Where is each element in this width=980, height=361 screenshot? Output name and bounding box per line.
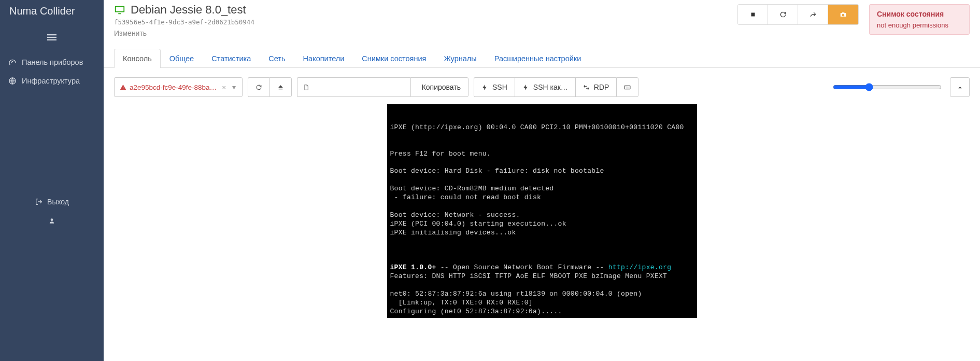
clear-icon[interactable]: × xyxy=(220,84,228,91)
alert-title: Снимок состояния xyxy=(877,10,962,18)
ssh-as-button[interactable]: SSH как… xyxy=(515,77,575,97)
logout-icon xyxy=(35,198,43,206)
edit-link[interactable]: Изменить xyxy=(114,29,737,37)
bolt-icon xyxy=(522,84,529,91)
copy-button[interactable]: Копировать xyxy=(410,77,468,97)
sidebar-item-label: Панель приборов xyxy=(22,58,83,66)
globe-icon xyxy=(8,77,17,85)
user-icon[interactable] xyxy=(0,212,104,231)
clipboard-input[interactable] xyxy=(297,77,410,97)
bolt-icon xyxy=(481,84,488,91)
tab-6[interactable]: Журналы xyxy=(435,49,485,68)
tab-3[interactable]: Сеть xyxy=(260,49,294,68)
keyboard-icon xyxy=(624,84,631,91)
warning-icon xyxy=(120,84,126,91)
gauge-icon xyxy=(8,58,17,66)
alert-box: Снимок состояния not enough permissions xyxy=(869,4,970,35)
tabs: КонсольОбщееСтатистикаСетьНакопителиСним… xyxy=(104,37,980,68)
tab-0[interactable]: Консоль xyxy=(114,49,161,68)
tab-1[interactable]: Общее xyxy=(161,49,203,68)
vm-uuid: f53956e5-4f1e-9dc3-a9ef-2d0621b50944 xyxy=(114,18,737,26)
vm-console[interactable]: iPXE (http://ipxe.org) 00:04.0 CA00 PCI2… xyxy=(387,104,697,318)
page-title[interactable]: Debian Jessie 8.0_test xyxy=(131,3,246,17)
svg-rect-10 xyxy=(629,86,630,87)
svg-rect-2 xyxy=(47,39,56,40)
brand[interactable]: Numa Collider xyxy=(0,0,104,22)
alert-body: not enough permissions xyxy=(877,21,962,29)
tab-4[interactable]: Накопители xyxy=(294,49,353,68)
svg-rect-4 xyxy=(751,13,755,17)
stop-button[interactable] xyxy=(738,5,768,24)
sidebar-item-infrastructure[interactable]: Инфраструктура xyxy=(0,72,104,90)
svg-rect-8 xyxy=(627,86,627,87)
iso-label: a2e95bcd-fc9e-49fe-88ba… xyxy=(130,84,217,91)
monitor-icon xyxy=(114,4,125,16)
menu-toggle-icon[interactable] xyxy=(0,22,104,53)
logout-label: Выход xyxy=(47,198,69,206)
svg-rect-11 xyxy=(626,88,629,88)
svg-rect-9 xyxy=(628,86,628,87)
zoom-slider[interactable] xyxy=(833,83,942,91)
file-icon xyxy=(303,84,309,91)
vm-action-group xyxy=(737,4,859,25)
refresh-button[interactable] xyxy=(248,77,269,97)
chevron-down-icon[interactable]: ▾ xyxy=(231,83,237,91)
main: Debian Jessie 8.0_test f53956e5-4f1e-9dc… xyxy=(104,0,980,361)
migrate-button[interactable] xyxy=(798,5,828,24)
keyboard-button[interactable] xyxy=(616,77,638,97)
fullscreen-button[interactable] xyxy=(950,77,970,97)
snapshot-button[interactable] xyxy=(828,5,858,24)
tab-2[interactable]: Статистика xyxy=(203,49,260,68)
svg-rect-0 xyxy=(47,34,56,35)
svg-rect-7 xyxy=(626,86,626,87)
svg-rect-6 xyxy=(624,86,630,89)
logout-button[interactable]: Выход xyxy=(0,191,104,212)
iso-selector[interactable]: a2e95bcd-fc9e-49fe-88ba… × ▾ xyxy=(114,77,243,97)
sidebar-item-dashboard[interactable]: Панель приборов xyxy=(0,53,104,72)
reboot-button[interactable] xyxy=(768,5,798,24)
tab-7[interactable]: Расширенные настройки xyxy=(486,49,590,68)
chevron-up-icon xyxy=(957,84,963,91)
sidebar: Numa Collider Панель приборов Инфраструк… xyxy=(0,0,104,361)
sidebar-item-label: Инфраструктура xyxy=(22,77,80,85)
eject-button[interactable] xyxy=(269,77,292,97)
svg-rect-1 xyxy=(47,37,56,38)
tab-5[interactable]: Снимки состояния xyxy=(353,49,435,68)
ssh-button[interactable]: SSH xyxy=(474,77,515,97)
copy-label: Копировать xyxy=(422,83,461,91)
arrows-icon xyxy=(583,84,590,91)
rdp-button[interactable]: RDP xyxy=(575,77,617,97)
